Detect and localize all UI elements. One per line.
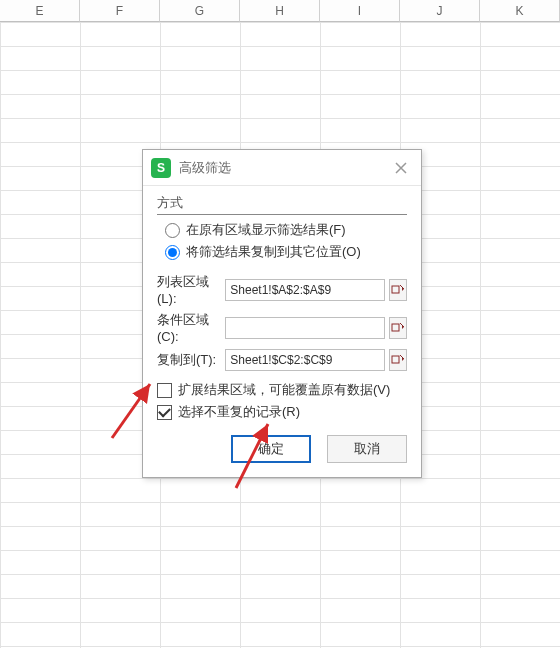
criteria-range-row: 条件区域(C): xyxy=(157,311,407,344)
svg-rect-0 xyxy=(392,286,399,293)
range-picker-icon[interactable] xyxy=(389,279,407,301)
radio-label: 将筛选结果复制到其它位置(O) xyxy=(186,243,361,261)
col-header[interactable]: H xyxy=(240,0,320,22)
checkbox-icon[interactable] xyxy=(157,405,172,420)
extend-results-checkbox[interactable]: 扩展结果区域，可能覆盖原有数据(V) xyxy=(157,381,407,399)
col-header[interactable]: E xyxy=(0,0,80,22)
radio-input[interactable] xyxy=(165,223,180,238)
close-icon[interactable] xyxy=(389,156,413,180)
app-icon: S xyxy=(151,158,171,178)
list-range-label: 列表区域(L): xyxy=(157,273,221,306)
checkbox-label: 选择不重复的记录(R) xyxy=(178,403,300,421)
copy-to-row: 复制到(T): xyxy=(157,349,407,371)
range-picker-icon[interactable] xyxy=(389,317,407,339)
col-header[interactable]: G xyxy=(160,0,240,22)
button-row: 确定 取消 xyxy=(157,435,407,463)
dialog-title: 高级筛选 xyxy=(179,159,231,177)
radio-input[interactable] xyxy=(165,245,180,260)
criteria-range-label: 条件区域(C): xyxy=(157,311,221,344)
checkbox-label: 扩展结果区域，可能覆盖原有数据(V) xyxy=(178,381,390,399)
col-header[interactable]: F xyxy=(80,0,160,22)
radio-label: 在原有区域显示筛选结果(F) xyxy=(186,221,346,239)
col-header[interactable]: K xyxy=(480,0,560,22)
copy-to-input[interactable] xyxy=(225,349,385,371)
radio-filter-in-place[interactable]: 在原有区域显示筛选结果(F) xyxy=(165,221,407,239)
column-headers: E F G H I J K xyxy=(0,0,560,22)
col-header[interactable]: I xyxy=(320,0,400,22)
section-label: 方式 xyxy=(157,194,407,212)
criteria-range-input[interactable] xyxy=(225,317,385,339)
svg-rect-2 xyxy=(392,356,399,363)
range-picker-icon[interactable] xyxy=(389,349,407,371)
list-range-row: 列表区域(L): xyxy=(157,273,407,306)
dialog-titlebar: S 高级筛选 xyxy=(143,150,421,186)
copy-to-label: 复制到(T): xyxy=(157,351,221,369)
unique-records-checkbox[interactable]: 选择不重复的记录(R) xyxy=(157,403,407,421)
ok-button[interactable]: 确定 xyxy=(231,435,311,463)
fields-group: 列表区域(L): 条件区域(C): 复制到(T): xyxy=(157,273,407,371)
col-header[interactable]: J xyxy=(400,0,480,22)
cancel-button[interactable]: 取消 xyxy=(327,435,407,463)
dialog-body: 方式 在原有区域显示筛选结果(F) 将筛选结果复制到其它位置(O) 列表区域(L… xyxy=(143,186,421,477)
checkbox-group: 扩展结果区域，可能覆盖原有数据(V) 选择不重复的记录(R) xyxy=(157,381,407,421)
svg-rect-1 xyxy=(392,324,399,331)
list-range-input[interactable] xyxy=(225,279,385,301)
radio-copy-to[interactable]: 将筛选结果复制到其它位置(O) xyxy=(165,243,407,261)
checkbox-icon[interactable] xyxy=(157,383,172,398)
divider xyxy=(157,214,407,215)
advanced-filter-dialog: S 高级筛选 方式 在原有区域显示筛选结果(F) 将筛选结果复制到其它位置(O)… xyxy=(142,149,422,478)
